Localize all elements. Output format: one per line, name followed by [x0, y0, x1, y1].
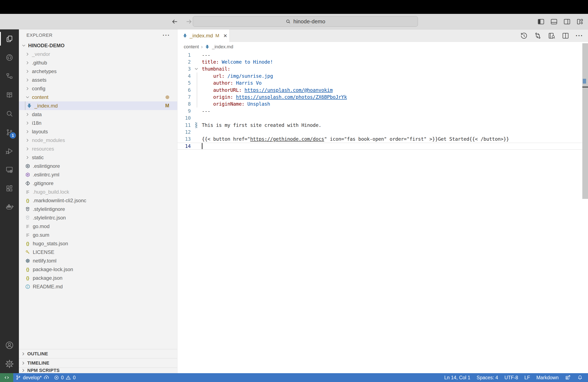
forward-button[interactable] — [185, 18, 193, 26]
layout-customize-button[interactable] — [576, 18, 584, 26]
section-label: TIMELINE — [27, 360, 49, 366]
code-line[interactable]: 11This is my first site created with Hin… — [177, 122, 582, 128]
breadcrumb-folder[interactable]: content — [184, 44, 199, 50]
folder-item-static[interactable]: static — [19, 153, 177, 162]
indentation-status[interactable]: Spaces: 4 — [475, 373, 500, 382]
file-item-package-json[interactable]: {}package.json — [19, 274, 177, 282]
code-line[interactable]: 7 origin: https://unsplash.com/photos/ZX… — [177, 93, 582, 100]
encoding-status[interactable]: UTF-8 — [502, 373, 520, 382]
code-editor[interactable]: 1---2title: Welcome to Hinode!3thumbnail… — [177, 51, 582, 373]
file-item--eslintrc-yml[interactable]: .eslintrc.yml — [19, 170, 177, 179]
activity-source-control-button[interactable]: 1 — [0, 123, 19, 142]
file-item--eslintignore[interactable]: .eslintignore — [19, 162, 177, 170]
ellipsis-button[interactable]: ··· — [575, 32, 583, 40]
feedback-button[interactable] — [563, 373, 573, 382]
folder-item--vendor[interactable]: _vendor — [19, 50, 177, 58]
scrollbar-thumb[interactable] — [582, 43, 588, 199]
code-line[interactable]: 14 — [177, 143, 582, 149]
file-item--index-md[interactable]: _index.mdM — [19, 102, 177, 110]
section-timeline[interactable]: TIMELINE — [19, 358, 177, 367]
file-item--gitignore[interactable]: .gitignore — [19, 179, 177, 188]
activity-docs-button[interactable] — [0, 85, 19, 104]
activity-symbols-button[interactable] — [0, 67, 19, 85]
layout-sidebar-right-button[interactable] — [563, 18, 571, 26]
layout-sidebar-left-button[interactable] — [537, 18, 545, 26]
activity-search-button[interactable] — [0, 104, 19, 123]
compare-changes-button[interactable] — [534, 32, 542, 40]
branch-name: develop* — [23, 375, 42, 381]
section-npm-scripts[interactable]: NPM SCRIPTS — [19, 367, 177, 373]
folder-item-archetypes[interactable]: archetypes — [19, 67, 177, 76]
folder-item-hinode-demo[interactable]: HINODE-DEMO — [19, 41, 177, 50]
file-item--stylelintrc-json[interactable]: .stylelintrc.json — [19, 213, 177, 222]
code-line[interactable]: 1--- — [177, 51, 582, 58]
folder-item-config[interactable]: config — [19, 84, 177, 93]
gutter-decoration — [191, 51, 202, 58]
eol-status[interactable]: LF — [522, 373, 532, 382]
code-line[interactable]: 5 author: Harris Vo — [177, 80, 582, 86]
activity-docker-button[interactable] — [0, 198, 19, 216]
activity-explorer-button[interactable] — [0, 29, 19, 48]
file-item-go-mod[interactable]: go.mod — [19, 222, 177, 231]
split-editor-button[interactable] — [562, 32, 569, 40]
layout-panel-button[interactable] — [550, 18, 558, 26]
code-line[interactable]: 2title: Welcome to Hinode! — [177, 58, 582, 65]
activity-extensions-button[interactable] — [0, 179, 19, 198]
code-line-content: originName: Unsplash — [202, 101, 270, 107]
git-branch-status[interactable]: develop* — [13, 373, 51, 382]
file-item-hugo-stats-json[interactable]: {}hugo_stats.json — [19, 239, 177, 248]
notifications-bell-button[interactable] — [575, 373, 585, 382]
code-line[interactable]: 4 url: /img/sunrise.jpg — [177, 72, 582, 79]
code-line[interactable]: 3thumbnail: — [177, 65, 582, 72]
remote-indicator[interactable] — [0, 373, 13, 382]
command-center-search[interactable]: hinode-demo — [193, 16, 418, 27]
history-button[interactable] — [520, 32, 528, 40]
file-item-package-lock-json[interactable]: {}package-lock.json — [19, 265, 177, 274]
item-label: .stylelintrc.json — [33, 215, 66, 221]
section-outline[interactable]: OUTLINE — [19, 349, 177, 358]
code-line[interactable]: 10 — [177, 115, 582, 122]
activity-remote-explorer-button[interactable] — [0, 160, 19, 179]
gutter-decoration — [191, 128, 202, 135]
code-line[interactable]: 6 authorURL: https://unsplash.com/@hoanv… — [177, 86, 582, 93]
file-item-go-sum[interactable]: go.sum — [19, 231, 177, 239]
language-mode-status[interactable]: Markdown — [534, 373, 561, 382]
more-actions-icon[interactable]: ··· — [163, 29, 170, 41]
file-item-netlify-toml[interactable]: netlify.toml — [19, 256, 177, 265]
cursor-position-status[interactable]: Ln 14, Col 1 — [442, 373, 472, 382]
activity-github-button[interactable] — [0, 48, 19, 67]
item-label: go.mod — [33, 223, 50, 229]
code-line[interactable]: 12 — [177, 128, 582, 135]
activity-accounts-button[interactable] — [0, 336, 19, 355]
problems-status[interactable]: 0 0 — [51, 373, 78, 382]
fold-chevron-down-icon — [191, 65, 202, 72]
github-icon — [5, 54, 13, 62]
folder-item-node-modules[interactable]: node_modules — [19, 136, 177, 145]
close-icon[interactable]: × — [223, 33, 227, 39]
file-item--markdownlint-cli2-jsonc[interactable]: {}.markdownlint-cli2.jsonc — [19, 196, 177, 205]
activity-settings-button[interactable] — [0, 355, 19, 373]
folder-item-content[interactable]: content — [19, 93, 177, 102]
open-preview-button[interactable] — [548, 32, 556, 40]
line-number: 10 — [177, 115, 191, 121]
item-label: _index.md — [34, 103, 58, 109]
folder-item-assets[interactable]: assets — [19, 76, 177, 84]
folder-item-layouts[interactable]: layouts — [19, 127, 177, 136]
folder-item-data[interactable]: data — [19, 110, 177, 119]
file-item--stylelintignore[interactable]: .stylelintignore — [19, 205, 177, 213]
back-button[interactable] — [170, 18, 179, 26]
activity-run-debug-button[interactable] — [0, 142, 19, 160]
indent-guide — [197, 72, 197, 107]
breadcrumb-file[interactable]: _index.md — [212, 44, 233, 50]
folder-item-resources[interactable]: resources — [19, 145, 177, 153]
code-line[interactable]: 9--- — [177, 107, 582, 114]
chevron-right-icon — [25, 69, 30, 74]
folder-item-i18n[interactable]: i18n — [19, 119, 177, 127]
file-item-license[interactable]: LICENSE — [19, 248, 177, 256]
file-item-readme-md[interactable]: README.md — [19, 282, 177, 291]
code-line[interactable]: 13{{< button href="https://gethinode.com… — [177, 136, 582, 143]
file-item--hugo-build-lock[interactable]: .hugo_build.lock — [19, 188, 177, 196]
folder-item--github[interactable]: .github — [19, 58, 177, 67]
tab-index-md[interactable]: _index.md M × — [177, 29, 230, 42]
code-line[interactable]: 8 originName: Unsplash — [177, 101, 582, 107]
